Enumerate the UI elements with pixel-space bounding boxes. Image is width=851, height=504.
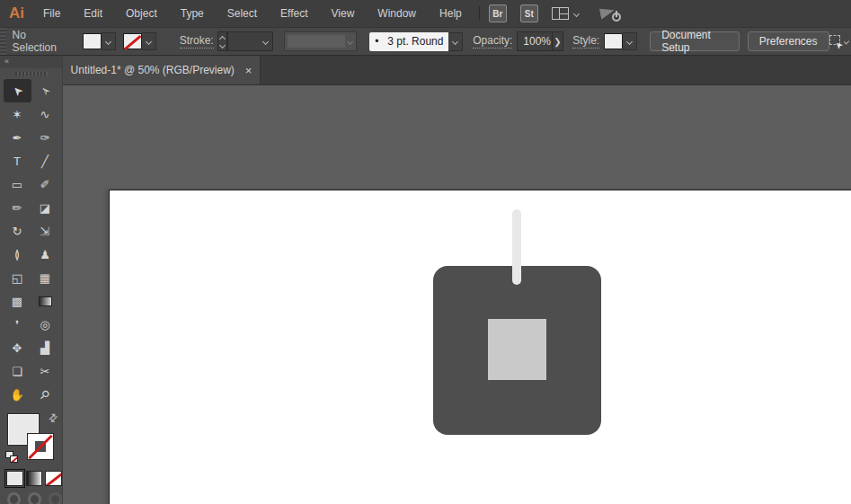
brush-dot-icon: • xyxy=(375,35,378,48)
blend-tool[interactable]: ◎ xyxy=(31,313,59,336)
document-tab-title: Untitled-1* @ 50% (RGB/Preview) xyxy=(71,64,235,76)
style-panel-link[interactable]: Style: xyxy=(572,34,599,49)
perspective-grid-tool[interactable]: ▦ xyxy=(31,266,59,289)
none-button[interactable] xyxy=(45,471,62,486)
width-tool[interactable]: ≬ xyxy=(4,243,31,266)
drawing-modes-row xyxy=(0,492,62,504)
bridge-button[interactable]: Br xyxy=(489,4,507,22)
fill-stroke-cluster: ⇄ xyxy=(0,411,62,467)
stroke-color-well[interactable] xyxy=(27,433,54,460)
document-tab-bar: Untitled-1* @ 50% (RGB/Preview) × xyxy=(63,56,851,85)
opacity-input[interactable]: 100% xyxy=(517,31,552,51)
stock-button[interactable]: St xyxy=(520,4,538,22)
canvas-pasteboard[interactable] xyxy=(63,85,851,504)
artwork-inner-square[interactable] xyxy=(488,319,546,380)
gradient-tool[interactable] xyxy=(31,289,59,313)
menu-help[interactable]: Help xyxy=(428,0,474,27)
menu-view[interactable]: View xyxy=(320,0,367,27)
magic-wand-tool[interactable]: ✶ xyxy=(4,102,31,126)
type-tool[interactable]: T xyxy=(4,149,31,172)
paint-style-row xyxy=(0,471,62,486)
style-swatch[interactable] xyxy=(604,33,623,49)
brush-value[interactable]: • 3 pt. Round xyxy=(369,32,448,51)
opacity-panel-link[interactable]: Opacity: xyxy=(473,34,512,49)
shaper-tool[interactable]: ✏ xyxy=(4,196,31,219)
stroke-weight-stepper[interactable] xyxy=(217,31,227,51)
stroke-weight-dropdown[interactable] xyxy=(227,31,273,51)
brush-chevron-down-icon[interactable] xyxy=(448,32,463,51)
curvature-tool[interactable]: ✑ xyxy=(31,126,59,149)
width-profile-dropdown-disabled xyxy=(284,31,357,51)
control-bar: No Selection Stroke: • 3 pt. Round Opaci… xyxy=(0,27,851,56)
menu-select[interactable]: Select xyxy=(216,0,269,27)
direct-selection-tool[interactable]: ➢ xyxy=(31,79,59,102)
column-graph-tool[interactable]: ▟ xyxy=(31,336,59,359)
hand-tool[interactable]: ✋ xyxy=(4,383,31,406)
swap-fill-stroke-icon[interactable]: ⇄ xyxy=(45,410,60,425)
stroke-weight-chevron-down-icon[interactable] xyxy=(258,32,272,50)
draw-inside-icon[interactable] xyxy=(49,492,62,504)
fill-chevron-down-icon[interactable] xyxy=(102,32,116,50)
artwork-stick[interactable] xyxy=(512,209,521,285)
menubar-separator xyxy=(479,6,480,21)
app-logo: Ai xyxy=(9,4,24,22)
select-similar-chevron-down-icon[interactable] xyxy=(844,39,850,45)
zoom-tool[interactable]: ⚲ xyxy=(31,383,59,406)
control-bar-grip[interactable] xyxy=(0,28,6,55)
stroke-none-slash-icon xyxy=(28,435,53,460)
stroke-color-dropdown[interactable] xyxy=(123,32,156,50)
opacity-arrow-button[interactable]: ❯ xyxy=(553,31,564,51)
style-chevron-down-icon[interactable] xyxy=(623,32,637,50)
gpu-performance-icon[interactable] xyxy=(600,5,624,22)
tool-grid: ➤ ➢ ✶ ∿ ✒ ✑ T ╱ ▭ ✐ ✏ ◪ ↻ ⇲ ≬ ♟ ◱ ▦ ▩ ❜ xyxy=(0,79,62,406)
mesh-tool[interactable]: ▩ xyxy=(4,289,31,313)
menu-items: File Edit Object Type Select Effect View… xyxy=(31,0,474,27)
line-segment-tool[interactable]: ╱ xyxy=(31,149,59,172)
eyedropper-tool[interactable]: ❜ xyxy=(4,313,31,336)
default-fill-stroke-icon[interactable] xyxy=(5,451,20,464)
document-setup-button[interactable]: Document Setup xyxy=(650,31,740,51)
selection-status: No Selection xyxy=(13,29,63,54)
select-similar-icon[interactable]: ➤ xyxy=(829,35,841,48)
menu-bar: Ai File Edit Object Type Select Effect V… xyxy=(0,0,851,27)
brush-label: 3 pt. Round xyxy=(387,35,443,48)
rectangle-tool[interactable]: ▭ xyxy=(4,172,31,196)
scale-tool[interactable]: ⇲ xyxy=(31,219,59,243)
draw-behind-icon[interactable] xyxy=(28,492,41,504)
artboard-tool[interactable]: ❏ xyxy=(4,359,31,383)
draw-normal-icon[interactable] xyxy=(7,492,21,504)
tab-close-icon[interactable]: × xyxy=(245,65,253,76)
menu-window[interactable]: Window xyxy=(366,0,428,27)
document-tab[interactable]: Untitled-1* @ 50% (RGB/Preview) × xyxy=(63,56,261,84)
shape-builder-tool[interactable]: ◱ xyxy=(4,266,31,289)
menu-effect[interactable]: Effect xyxy=(269,0,319,27)
menu-edit[interactable]: Edit xyxy=(72,0,114,27)
tools-panel-collapse[interactable]: « xyxy=(0,56,62,68)
stroke-none-swatch[interactable] xyxy=(123,33,142,49)
rotate-tool[interactable]: ↻ xyxy=(4,219,31,243)
fill-color-dropdown[interactable] xyxy=(83,32,116,50)
menu-object[interactable]: Object xyxy=(114,0,169,27)
selection-tool[interactable]: ➤ xyxy=(4,79,31,102)
tools-panel-grip[interactable] xyxy=(15,72,48,75)
workspace-chevron-down-icon[interactable] xyxy=(573,10,580,16)
slice-tool[interactable]: ✂ xyxy=(31,359,59,383)
menu-file[interactable]: File xyxy=(31,0,72,27)
puppet-warp-tool[interactable]: ♟ xyxy=(31,243,59,266)
symbol-sprayer-tool[interactable]: ✥ xyxy=(4,336,31,359)
stroke-panel-link[interactable]: Stroke: xyxy=(180,34,214,49)
brush-definition-dropdown[interactable]: • 3 pt. Round xyxy=(369,32,463,51)
tools-panel: « ➤ ➢ ✶ ∿ ✒ ✑ T ╱ ▭ ✐ ✏ ◪ ↻ ⇲ ≬ ♟ ◱ ▦ xyxy=(0,56,63,504)
workspace-switcher-icon[interactable] xyxy=(552,7,569,20)
pen-tool[interactable]: ✒ xyxy=(4,126,31,149)
eraser-tool[interactable]: ◪ xyxy=(31,196,59,219)
stroke-chevron-down-icon[interactable] xyxy=(142,32,156,50)
lasso-tool[interactable]: ∿ xyxy=(31,102,59,126)
preferences-button[interactable]: Preferences xyxy=(748,31,829,51)
color-button[interactable] xyxy=(6,471,23,486)
menu-type[interactable]: Type xyxy=(169,0,216,27)
gradient-button[interactable] xyxy=(26,471,43,486)
paintbrush-tool[interactable]: ✐ xyxy=(31,172,59,196)
style-dropdown[interactable] xyxy=(604,32,637,50)
fill-swatch[interactable] xyxy=(83,33,102,49)
